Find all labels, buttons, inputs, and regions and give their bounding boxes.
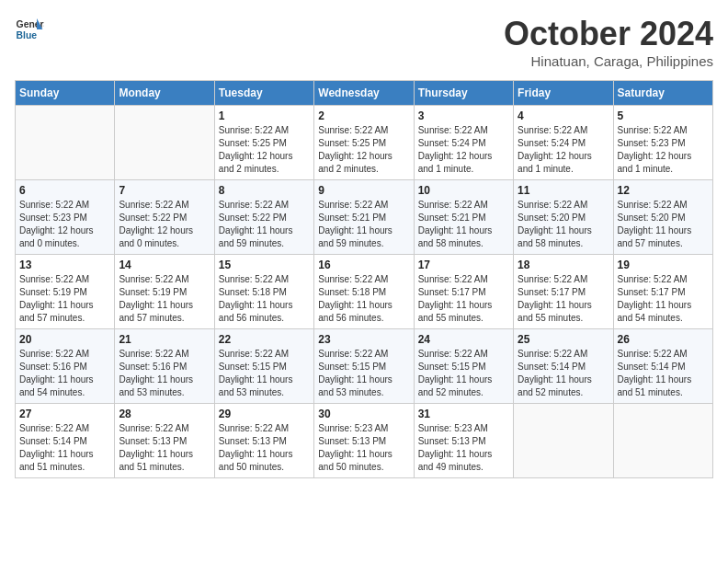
logo-icon: General Blue <box>15 15 44 44</box>
calendar-week-4: 20Sunrise: 5:22 AM Sunset: 5:16 PM Dayli… <box>16 329 713 404</box>
day-info: Sunrise: 5:22 AM Sunset: 5:17 PM Dayligh… <box>618 273 709 325</box>
calendar-cell: 19Sunrise: 5:22 AM Sunset: 5:17 PM Dayli… <box>613 255 712 329</box>
day-number: 6 <box>19 184 110 197</box>
day-info: Sunrise: 5:22 AM Sunset: 5:13 PM Dayligh… <box>119 422 210 474</box>
calendar-cell: 12Sunrise: 5:22 AM Sunset: 5:20 PM Dayli… <box>613 180 712 255</box>
day-info: Sunrise: 5:22 AM Sunset: 5:18 PM Dayligh… <box>219 273 310 325</box>
title-area: October 2024 Hinatuan, Caraga, Philippin… <box>504 15 713 69</box>
day-info: Sunrise: 5:22 AM Sunset: 5:23 PM Dayligh… <box>618 124 709 176</box>
day-info: Sunrise: 5:23 AM Sunset: 5:13 PM Dayligh… <box>318 422 409 474</box>
calendar-cell: 10Sunrise: 5:22 AM Sunset: 5:21 PM Dayli… <box>414 180 513 255</box>
day-info: Sunrise: 5:22 AM Sunset: 5:21 PM Dayligh… <box>318 199 409 250</box>
day-number: 5 <box>618 109 709 122</box>
location-title: Hinatuan, Caraga, Philippines <box>504 53 713 69</box>
day-number: 26 <box>618 333 709 346</box>
calendar-cell: 22Sunrise: 5:22 AM Sunset: 5:15 PM Dayli… <box>214 329 313 404</box>
day-info: Sunrise: 5:22 AM Sunset: 5:25 PM Dayligh… <box>219 124 310 176</box>
day-number: 16 <box>318 259 409 271</box>
calendar-cell: 2Sunrise: 5:22 AM Sunset: 5:25 PM Daylig… <box>314 106 414 180</box>
day-info: Sunrise: 5:22 AM Sunset: 5:16 PM Dayligh… <box>119 348 210 399</box>
day-number: 30 <box>318 408 409 420</box>
day-number: 9 <box>318 184 409 197</box>
calendar-cell: 7Sunrise: 5:22 AM Sunset: 5:22 PM Daylig… <box>115 180 214 255</box>
day-header-saturday: Saturday <box>613 81 712 106</box>
day-info: Sunrise: 5:22 AM Sunset: 5:20 PM Dayligh… <box>618 199 709 250</box>
day-number: 19 <box>618 259 709 271</box>
calendar-body: 1Sunrise: 5:22 AM Sunset: 5:25 PM Daylig… <box>16 106 713 478</box>
logo: General Blue <box>15 15 44 44</box>
calendar-cell: 17Sunrise: 5:22 AM Sunset: 5:17 PM Dayli… <box>414 255 513 329</box>
day-info: Sunrise: 5:22 AM Sunset: 5:15 PM Dayligh… <box>418 348 509 399</box>
day-number: 24 <box>418 333 509 346</box>
day-number: 21 <box>119 333 210 346</box>
calendar-cell: 27Sunrise: 5:22 AM Sunset: 5:14 PM Dayli… <box>16 404 115 478</box>
day-header-sunday: Sunday <box>16 81 115 106</box>
day-info: Sunrise: 5:22 AM Sunset: 5:24 PM Dayligh… <box>418 124 509 176</box>
day-number: 22 <box>219 333 310 346</box>
day-info: Sunrise: 5:22 AM Sunset: 5:14 PM Dayligh… <box>518 348 609 399</box>
day-info: Sunrise: 5:22 AM Sunset: 5:17 PM Dayligh… <box>518 273 609 325</box>
calendar-cell <box>115 106 214 180</box>
day-info: Sunrise: 5:22 AM Sunset: 5:14 PM Dayligh… <box>19 422 110 474</box>
day-number: 8 <box>219 184 310 197</box>
day-number: 7 <box>119 184 210 197</box>
calendar-cell: 15Sunrise: 5:22 AM Sunset: 5:18 PM Dayli… <box>214 255 313 329</box>
day-info: Sunrise: 5:22 AM Sunset: 5:14 PM Dayligh… <box>618 348 709 399</box>
day-header-friday: Friday <box>514 81 613 106</box>
day-info: Sunrise: 5:22 AM Sunset: 5:20 PM Dayligh… <box>518 199 609 250</box>
calendar-cell: 18Sunrise: 5:22 AM Sunset: 5:17 PM Dayli… <box>514 255 613 329</box>
day-number: 17 <box>418 259 509 271</box>
calendar-week-3: 13Sunrise: 5:22 AM Sunset: 5:19 PM Dayli… <box>16 255 713 329</box>
month-title: October 2024 <box>504 15 713 53</box>
day-info: Sunrise: 5:22 AM Sunset: 5:16 PM Dayligh… <box>19 348 110 399</box>
calendar-week-2: 6Sunrise: 5:22 AM Sunset: 5:23 PM Daylig… <box>16 180 713 255</box>
day-info: Sunrise: 5:23 AM Sunset: 5:13 PM Dayligh… <box>418 422 509 474</box>
calendar-cell: 5Sunrise: 5:22 AM Sunset: 5:23 PM Daylig… <box>613 106 712 180</box>
calendar-header-row: SundayMondayTuesdayWednesdayThursdayFrid… <box>16 81 713 106</box>
day-number: 14 <box>119 259 210 271</box>
calendar-week-1: 1Sunrise: 5:22 AM Sunset: 5:25 PM Daylig… <box>16 106 713 180</box>
day-number: 25 <box>518 333 609 346</box>
day-header-monday: Monday <box>115 81 214 106</box>
day-number: 18 <box>518 259 609 271</box>
day-info: Sunrise: 5:22 AM Sunset: 5:21 PM Dayligh… <box>418 199 509 250</box>
day-number: 4 <box>518 109 609 122</box>
day-info: Sunrise: 5:22 AM Sunset: 5:22 PM Dayligh… <box>119 199 210 250</box>
day-header-tuesday: Tuesday <box>214 81 313 106</box>
calendar-cell: 24Sunrise: 5:22 AM Sunset: 5:15 PM Dayli… <box>414 329 513 404</box>
calendar-cell: 31Sunrise: 5:23 AM Sunset: 5:13 PM Dayli… <box>414 404 513 478</box>
calendar-cell: 16Sunrise: 5:22 AM Sunset: 5:18 PM Dayli… <box>314 255 414 329</box>
day-info: Sunrise: 5:22 AM Sunset: 5:13 PM Dayligh… <box>219 422 310 474</box>
calendar-cell: 23Sunrise: 5:22 AM Sunset: 5:15 PM Dayli… <box>314 329 414 404</box>
calendar-cell: 11Sunrise: 5:22 AM Sunset: 5:20 PM Dayli… <box>514 180 613 255</box>
calendar-cell: 1Sunrise: 5:22 AM Sunset: 5:25 PM Daylig… <box>214 106 313 180</box>
day-number: 11 <box>518 184 609 197</box>
calendar-cell: 13Sunrise: 5:22 AM Sunset: 5:19 PM Dayli… <box>16 255 115 329</box>
day-number: 3 <box>418 109 509 122</box>
day-header-wednesday: Wednesday <box>314 81 414 106</box>
calendar-table: SundayMondayTuesdayWednesdayThursdayFrid… <box>15 80 713 478</box>
calendar-cell <box>613 404 712 478</box>
calendar-cell: 25Sunrise: 5:22 AM Sunset: 5:14 PM Dayli… <box>514 329 613 404</box>
calendar-cell: 26Sunrise: 5:22 AM Sunset: 5:14 PM Dayli… <box>613 329 712 404</box>
calendar-cell <box>514 404 613 478</box>
calendar-cell <box>16 106 115 180</box>
day-number: 29 <box>219 408 310 420</box>
day-info: Sunrise: 5:22 AM Sunset: 5:25 PM Dayligh… <box>318 124 409 176</box>
svg-text:Blue: Blue <box>17 30 38 40</box>
day-number: 28 <box>119 408 210 420</box>
day-number: 2 <box>318 109 409 122</box>
day-number: 15 <box>219 259 310 271</box>
calendar-cell: 14Sunrise: 5:22 AM Sunset: 5:19 PM Dayli… <box>115 255 214 329</box>
day-info: Sunrise: 5:22 AM Sunset: 5:24 PM Dayligh… <box>518 124 609 176</box>
day-info: Sunrise: 5:22 AM Sunset: 5:22 PM Dayligh… <box>219 199 310 250</box>
day-info: Sunrise: 5:22 AM Sunset: 5:17 PM Dayligh… <box>418 273 509 325</box>
calendar-cell: 9Sunrise: 5:22 AM Sunset: 5:21 PM Daylig… <box>314 180 414 255</box>
calendar-week-5: 27Sunrise: 5:22 AM Sunset: 5:14 PM Dayli… <box>16 404 713 478</box>
day-number: 10 <box>418 184 509 197</box>
day-info: Sunrise: 5:22 AM Sunset: 5:23 PM Dayligh… <box>19 199 110 250</box>
day-number: 31 <box>418 408 509 420</box>
calendar-cell: 6Sunrise: 5:22 AM Sunset: 5:23 PM Daylig… <box>16 180 115 255</box>
day-number: 1 <box>219 109 310 122</box>
day-number: 23 <box>318 333 409 346</box>
